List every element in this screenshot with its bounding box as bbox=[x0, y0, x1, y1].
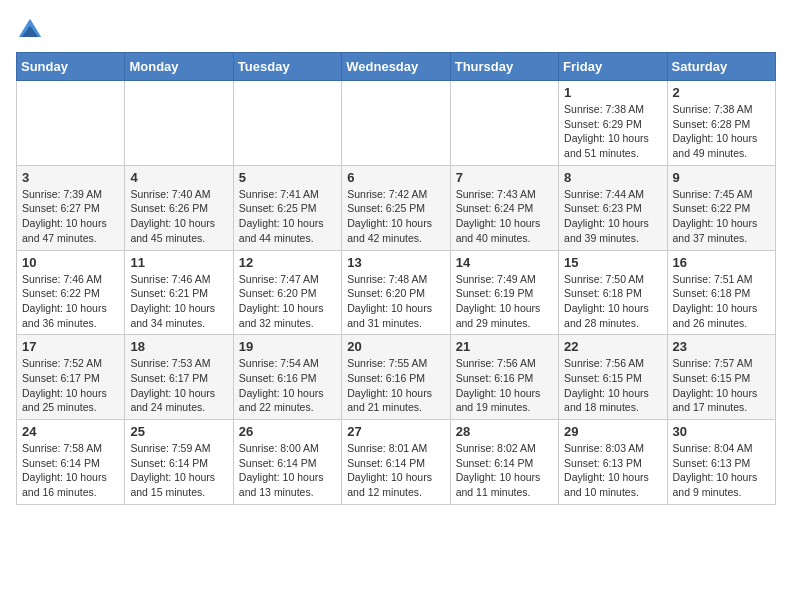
calendar-cell: 4Sunrise: 7:40 AMSunset: 6:26 PMDaylight… bbox=[125, 165, 233, 250]
calendar-cell: 1Sunrise: 7:38 AMSunset: 6:29 PMDaylight… bbox=[559, 81, 667, 166]
day-number: 26 bbox=[239, 424, 336, 439]
day-number: 1 bbox=[564, 85, 661, 100]
day-number: 9 bbox=[673, 170, 770, 185]
calendar-header-row: SundayMondayTuesdayWednesdayThursdayFrid… bbox=[17, 53, 776, 81]
day-number: 2 bbox=[673, 85, 770, 100]
day-detail: Sunrise: 7:55 AMSunset: 6:16 PMDaylight:… bbox=[347, 357, 432, 413]
calendar-cell bbox=[342, 81, 450, 166]
day-detail: Sunrise: 7:53 AMSunset: 6:17 PMDaylight:… bbox=[130, 357, 215, 413]
day-number: 18 bbox=[130, 339, 227, 354]
calendar-cell: 18Sunrise: 7:53 AMSunset: 6:17 PMDayligh… bbox=[125, 335, 233, 420]
calendar-cell: 2Sunrise: 7:38 AMSunset: 6:28 PMDaylight… bbox=[667, 81, 775, 166]
day-detail: Sunrise: 7:42 AMSunset: 6:25 PMDaylight:… bbox=[347, 188, 432, 244]
calendar-week-row: 3Sunrise: 7:39 AMSunset: 6:27 PMDaylight… bbox=[17, 165, 776, 250]
day-detail: Sunrise: 7:45 AMSunset: 6:22 PMDaylight:… bbox=[673, 188, 758, 244]
logo-icon bbox=[16, 16, 44, 44]
calendar-cell: 25Sunrise: 7:59 AMSunset: 6:14 PMDayligh… bbox=[125, 420, 233, 505]
calendar-cell: 7Sunrise: 7:43 AMSunset: 6:24 PMDaylight… bbox=[450, 165, 558, 250]
logo bbox=[16, 16, 48, 44]
day-number: 24 bbox=[22, 424, 119, 439]
day-number: 3 bbox=[22, 170, 119, 185]
day-detail: Sunrise: 7:56 AMSunset: 6:16 PMDaylight:… bbox=[456, 357, 541, 413]
day-detail: Sunrise: 8:02 AMSunset: 6:14 PMDaylight:… bbox=[456, 442, 541, 498]
day-detail: Sunrise: 7:50 AMSunset: 6:18 PMDaylight:… bbox=[564, 273, 649, 329]
calendar-cell: 26Sunrise: 8:00 AMSunset: 6:14 PMDayligh… bbox=[233, 420, 341, 505]
day-detail: Sunrise: 7:58 AMSunset: 6:14 PMDaylight:… bbox=[22, 442, 107, 498]
calendar-cell: 20Sunrise: 7:55 AMSunset: 6:16 PMDayligh… bbox=[342, 335, 450, 420]
calendar-cell: 19Sunrise: 7:54 AMSunset: 6:16 PMDayligh… bbox=[233, 335, 341, 420]
calendar-week-row: 24Sunrise: 7:58 AMSunset: 6:14 PMDayligh… bbox=[17, 420, 776, 505]
day-number: 20 bbox=[347, 339, 444, 354]
page-header bbox=[16, 16, 776, 44]
day-number: 8 bbox=[564, 170, 661, 185]
calendar-cell: 16Sunrise: 7:51 AMSunset: 6:18 PMDayligh… bbox=[667, 250, 775, 335]
day-detail: Sunrise: 7:44 AMSunset: 6:23 PMDaylight:… bbox=[564, 188, 649, 244]
calendar-cell: 13Sunrise: 7:48 AMSunset: 6:20 PMDayligh… bbox=[342, 250, 450, 335]
day-number: 6 bbox=[347, 170, 444, 185]
day-detail: Sunrise: 7:59 AMSunset: 6:14 PMDaylight:… bbox=[130, 442, 215, 498]
weekday-header: Monday bbox=[125, 53, 233, 81]
day-detail: Sunrise: 7:46 AMSunset: 6:21 PMDaylight:… bbox=[130, 273, 215, 329]
day-number: 10 bbox=[22, 255, 119, 270]
calendar-cell: 10Sunrise: 7:46 AMSunset: 6:22 PMDayligh… bbox=[17, 250, 125, 335]
weekday-header: Wednesday bbox=[342, 53, 450, 81]
calendar-cell: 14Sunrise: 7:49 AMSunset: 6:19 PMDayligh… bbox=[450, 250, 558, 335]
calendar-cell bbox=[125, 81, 233, 166]
weekday-header: Friday bbox=[559, 53, 667, 81]
day-detail: Sunrise: 7:48 AMSunset: 6:20 PMDaylight:… bbox=[347, 273, 432, 329]
day-number: 27 bbox=[347, 424, 444, 439]
day-detail: Sunrise: 7:43 AMSunset: 6:24 PMDaylight:… bbox=[456, 188, 541, 244]
day-number: 16 bbox=[673, 255, 770, 270]
calendar-cell: 17Sunrise: 7:52 AMSunset: 6:17 PMDayligh… bbox=[17, 335, 125, 420]
day-number: 30 bbox=[673, 424, 770, 439]
day-detail: Sunrise: 8:04 AMSunset: 6:13 PMDaylight:… bbox=[673, 442, 758, 498]
calendar-cell: 21Sunrise: 7:56 AMSunset: 6:16 PMDayligh… bbox=[450, 335, 558, 420]
calendar-cell: 29Sunrise: 8:03 AMSunset: 6:13 PMDayligh… bbox=[559, 420, 667, 505]
calendar-cell: 3Sunrise: 7:39 AMSunset: 6:27 PMDaylight… bbox=[17, 165, 125, 250]
day-number: 15 bbox=[564, 255, 661, 270]
calendar-cell: 30Sunrise: 8:04 AMSunset: 6:13 PMDayligh… bbox=[667, 420, 775, 505]
calendar-cell: 27Sunrise: 8:01 AMSunset: 6:14 PMDayligh… bbox=[342, 420, 450, 505]
day-detail: Sunrise: 7:47 AMSunset: 6:20 PMDaylight:… bbox=[239, 273, 324, 329]
day-number: 12 bbox=[239, 255, 336, 270]
day-detail: Sunrise: 8:03 AMSunset: 6:13 PMDaylight:… bbox=[564, 442, 649, 498]
calendar-cell bbox=[233, 81, 341, 166]
weekday-header: Saturday bbox=[667, 53, 775, 81]
day-number: 25 bbox=[130, 424, 227, 439]
day-number: 4 bbox=[130, 170, 227, 185]
weekday-header: Tuesday bbox=[233, 53, 341, 81]
day-number: 11 bbox=[130, 255, 227, 270]
calendar-week-row: 10Sunrise: 7:46 AMSunset: 6:22 PMDayligh… bbox=[17, 250, 776, 335]
calendar-week-row: 17Sunrise: 7:52 AMSunset: 6:17 PMDayligh… bbox=[17, 335, 776, 420]
calendar-cell: 11Sunrise: 7:46 AMSunset: 6:21 PMDayligh… bbox=[125, 250, 233, 335]
weekday-header: Sunday bbox=[17, 53, 125, 81]
calendar-cell: 24Sunrise: 7:58 AMSunset: 6:14 PMDayligh… bbox=[17, 420, 125, 505]
day-detail: Sunrise: 7:46 AMSunset: 6:22 PMDaylight:… bbox=[22, 273, 107, 329]
calendar-cell bbox=[450, 81, 558, 166]
day-detail: Sunrise: 7:52 AMSunset: 6:17 PMDaylight:… bbox=[22, 357, 107, 413]
day-number: 5 bbox=[239, 170, 336, 185]
day-detail: Sunrise: 7:56 AMSunset: 6:15 PMDaylight:… bbox=[564, 357, 649, 413]
day-detail: Sunrise: 7:54 AMSunset: 6:16 PMDaylight:… bbox=[239, 357, 324, 413]
day-number: 7 bbox=[456, 170, 553, 185]
day-detail: Sunrise: 7:39 AMSunset: 6:27 PMDaylight:… bbox=[22, 188, 107, 244]
day-detail: Sunrise: 8:00 AMSunset: 6:14 PMDaylight:… bbox=[239, 442, 324, 498]
calendar-cell: 9Sunrise: 7:45 AMSunset: 6:22 PMDaylight… bbox=[667, 165, 775, 250]
calendar-cell: 12Sunrise: 7:47 AMSunset: 6:20 PMDayligh… bbox=[233, 250, 341, 335]
day-number: 29 bbox=[564, 424, 661, 439]
day-detail: Sunrise: 7:57 AMSunset: 6:15 PMDaylight:… bbox=[673, 357, 758, 413]
day-number: 17 bbox=[22, 339, 119, 354]
calendar-cell: 15Sunrise: 7:50 AMSunset: 6:18 PMDayligh… bbox=[559, 250, 667, 335]
day-number: 23 bbox=[673, 339, 770, 354]
calendar-cell bbox=[17, 81, 125, 166]
calendar-cell: 6Sunrise: 7:42 AMSunset: 6:25 PMDaylight… bbox=[342, 165, 450, 250]
calendar-cell: 22Sunrise: 7:56 AMSunset: 6:15 PMDayligh… bbox=[559, 335, 667, 420]
day-number: 21 bbox=[456, 339, 553, 354]
day-number: 28 bbox=[456, 424, 553, 439]
weekday-header: Thursday bbox=[450, 53, 558, 81]
calendar-cell: 28Sunrise: 8:02 AMSunset: 6:14 PMDayligh… bbox=[450, 420, 558, 505]
day-detail: Sunrise: 7:49 AMSunset: 6:19 PMDaylight:… bbox=[456, 273, 541, 329]
calendar-cell: 5Sunrise: 7:41 AMSunset: 6:25 PMDaylight… bbox=[233, 165, 341, 250]
day-detail: Sunrise: 7:51 AMSunset: 6:18 PMDaylight:… bbox=[673, 273, 758, 329]
day-detail: Sunrise: 7:40 AMSunset: 6:26 PMDaylight:… bbox=[130, 188, 215, 244]
